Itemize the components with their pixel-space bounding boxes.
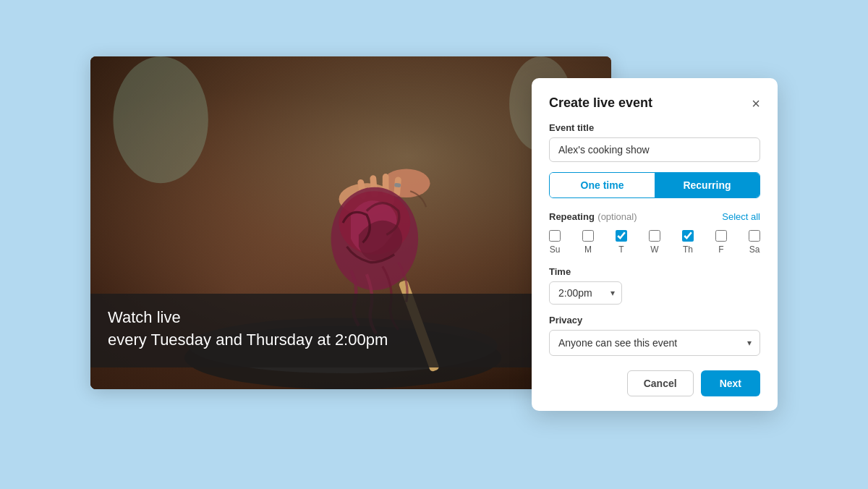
time-select-wrapper: 12:00am 1:00pm 2:00pm 3:00pm 4:00pm 5:00… bbox=[549, 281, 622, 305]
day-checkbox-w[interactable] bbox=[649, 230, 660, 242]
time-label: Time bbox=[549, 266, 760, 277]
optional-text: (optional) bbox=[597, 211, 637, 222]
day-label-sa: Sa bbox=[749, 244, 760, 255]
recurring-button[interactable]: Recurring bbox=[655, 173, 760, 197]
cancel-button[interactable]: Cancel bbox=[627, 370, 694, 396]
select-all-link[interactable]: Select all bbox=[722, 211, 760, 222]
repeating-header: Repeating (optional) Select all bbox=[549, 210, 760, 223]
day-label-f: F bbox=[718, 244, 723, 255]
repeating-label: Repeating bbox=[549, 211, 595, 222]
day-item-w: W bbox=[649, 230, 660, 255]
dialog-header: Create live event × bbox=[549, 95, 760, 111]
event-title-label: Event title bbox=[549, 122, 760, 133]
create-live-event-dialog: Create live event × Event title One time… bbox=[532, 78, 778, 411]
day-item-t: T bbox=[616, 230, 627, 255]
one-time-button[interactable]: One time bbox=[550, 173, 655, 197]
day-checkbox-sa[interactable] bbox=[749, 230, 760, 242]
day-checkbox-t[interactable] bbox=[616, 230, 627, 242]
day-label-t: T bbox=[618, 244, 624, 255]
overlay-line2: every Tuesday and Thursday at 2:00pm bbox=[108, 329, 594, 352]
privacy-select-wrapper: Anyone can see this event Only followers… bbox=[549, 330, 760, 356]
day-item-m: M bbox=[582, 230, 594, 255]
next-button[interactable]: Next bbox=[701, 370, 760, 396]
day-checkbox-th[interactable] bbox=[682, 230, 694, 242]
recurrence-toggle-group: One time Recurring bbox=[549, 172, 760, 198]
dialog-title: Create live event bbox=[549, 95, 652, 111]
svg-point-2 bbox=[113, 56, 208, 183]
days-row: Su M T W Th bbox=[549, 230, 760, 255]
dialog-footer: Cancel Next bbox=[549, 370, 760, 396]
day-item-f: F bbox=[715, 230, 727, 255]
day-checkbox-m[interactable] bbox=[582, 230, 594, 242]
time-select[interactable]: 12:00am 1:00pm 2:00pm 3:00pm 4:00pm 5:00… bbox=[549, 281, 622, 305]
event-title-input[interactable] bbox=[549, 137, 760, 162]
privacy-select[interactable]: Anyone can see this event Only followers… bbox=[549, 330, 760, 356]
day-label-su: Su bbox=[550, 244, 561, 255]
day-label-th: Th bbox=[683, 244, 693, 255]
day-item-th: Th bbox=[682, 230, 694, 255]
privacy-label: Privacy bbox=[549, 315, 760, 326]
day-item-sa: Sa bbox=[749, 230, 760, 255]
day-label-m: M bbox=[584, 244, 592, 255]
day-checkbox-f[interactable] bbox=[715, 230, 727, 242]
day-label-w: W bbox=[650, 244, 658, 255]
svg-rect-13 bbox=[394, 183, 401, 187]
day-item-su: Su bbox=[549, 230, 561, 255]
close-button[interactable]: × bbox=[752, 96, 760, 111]
overlay-line1: Watch live bbox=[108, 307, 594, 329]
day-checkbox-su[interactable] bbox=[549, 230, 561, 242]
